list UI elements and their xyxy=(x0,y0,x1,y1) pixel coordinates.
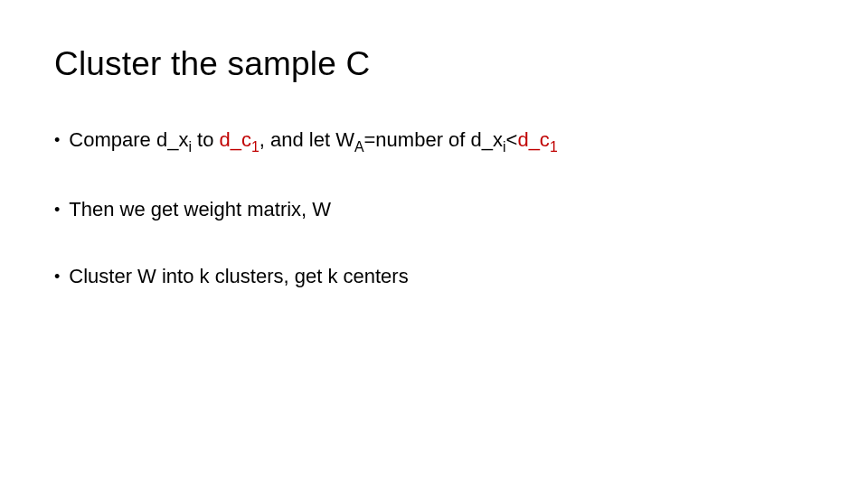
text-fragment: to xyxy=(192,128,220,151)
slide: Cluster the sample C • Compare d_xi to d… xyxy=(0,0,868,488)
bullet-text-2: Then we get weight matrix, W xyxy=(69,197,814,222)
subscript-1: 1 xyxy=(251,139,259,155)
subscript-a: A xyxy=(354,139,364,155)
subscript-i: i xyxy=(503,139,506,155)
bullet-item-3: • Cluster W into k clusters, get k cente… xyxy=(54,264,814,289)
bullet-text-1: Compare d_xi to d_c1, and let WA=number … xyxy=(69,127,814,155)
bullet-list: • Compare d_xi to d_c1, and let WA=numbe… xyxy=(54,127,814,289)
text-fragment: d_c xyxy=(517,128,549,151)
text-fragment: =number of d_x xyxy=(364,128,503,151)
bullet-dot: • xyxy=(54,197,60,222)
bullet-dot: • xyxy=(54,264,60,289)
text-fragment: , and let W xyxy=(259,128,354,151)
text-fragment: d_c xyxy=(220,128,251,151)
red-text: d_c1 xyxy=(517,128,557,151)
bullet-item-2: • Then we get weight matrix, W xyxy=(54,197,814,222)
bullet-item-1: • Compare d_xi to d_c1, and let WA=numbe… xyxy=(54,127,814,155)
red-text: d_c1 xyxy=(220,128,259,151)
subscript-i: i xyxy=(188,139,192,155)
text-fragment: < xyxy=(506,128,518,151)
text-fragment: Compare d_x xyxy=(69,128,188,151)
bullet-dot: • xyxy=(54,127,60,153)
subscript-1: 1 xyxy=(550,139,558,155)
slide-title: Cluster the sample C xyxy=(54,45,814,84)
bullet-text-3: Cluster W into k clusters, get k centers xyxy=(69,264,814,289)
